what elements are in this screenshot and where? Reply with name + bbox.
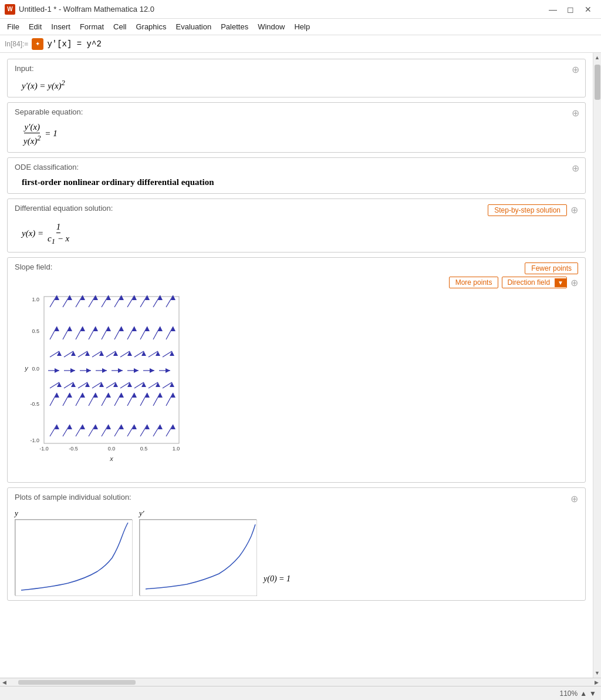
solution-plus-icon[interactable]: ⊕ (570, 204, 578, 216)
solution-section: Differential equation solution: Step-by-… (7, 198, 586, 253)
sol-lhs: y(x) = (22, 228, 46, 238)
menu-bar: File Edit Insert Format Cell Graphics Ev… (0, 19, 601, 35)
slope-plus-icon[interactable]: ⊕ (570, 277, 578, 288)
slope-header: Slope field: Fewer points More points Di… (15, 262, 578, 288)
slope-field-plot: 1.0 0.5 0.0 -0.5 -1.0 -1.0 -0.5 0.0 0.5 … (15, 291, 191, 473)
sol-den: c1 − x (48, 233, 69, 246)
svg-text:1.0: 1.0 (173, 446, 180, 452)
menu-cell[interactable]: Cell (109, 21, 131, 33)
close-button[interactable]: ✕ (580, 3, 596, 16)
menu-file[interactable]: File (2, 21, 24, 33)
plot-y-svg (15, 520, 133, 596)
right-scrollbar[interactable]: ▲ ▼ (593, 53, 601, 678)
svg-text:0.5: 0.5 (140, 446, 148, 452)
input-bar: In[84]:= y'[x] = y^2 (0, 35, 601, 53)
input-section: Input: y′(x) = y(x)2 ⊕ (7, 59, 586, 97)
menu-format[interactable]: Format (75, 21, 109, 33)
minimize-button[interactable]: — (545, 3, 561, 16)
ode-plus-icon[interactable]: ⊕ (572, 163, 579, 174)
menu-evaluation[interactable]: Evaluation (171, 21, 216, 33)
menu-graphics[interactable]: Graphics (131, 21, 171, 33)
menu-palettes[interactable]: Palettes (216, 21, 253, 33)
sol-fraction: 1 c1 − x (48, 222, 69, 246)
plots-section: Plots of sample individual solution: ⊕ y (7, 487, 586, 601)
title-bar: W Untitled-1 * - Wolfram Mathematica 12.… (0, 0, 601, 19)
plots-plus-icon[interactable]: ⊕ (570, 493, 578, 504)
svg-text:0.0: 0.0 (108, 446, 116, 452)
fewer-points-row: Fewer points (525, 262, 578, 274)
plot-yp-svg (140, 520, 257, 596)
cell-label: In[84]:= (5, 40, 28, 48)
svg-rect-145 (15, 520, 133, 596)
sol-num: 1 (56, 222, 61, 233)
plot-y-canvas (15, 519, 132, 595)
menu-help[interactable]: Help (289, 21, 315, 33)
svg-text:x: x (109, 455, 113, 462)
content-area: Input: y′(x) = y(x)2 ⊕ Separable equatio… (0, 53, 593, 678)
plots-row: y y′ (15, 509, 578, 595)
zoom-area: 110% ▲ ▼ (560, 689, 596, 698)
zoom-down-icon[interactable]: ▼ (589, 689, 596, 698)
fewer-points-button[interactable]: Fewer points (525, 262, 578, 274)
slope-section: Slope field: Fewer points More points Di… (7, 257, 586, 483)
svg-text:0.0: 0.0 (32, 366, 39, 372)
separable-fraction: y′(x) y(x)2 (23, 122, 41, 146)
svg-text:1.0: 1.0 (32, 297, 39, 302)
plot-yp-canvas (139, 519, 256, 595)
svg-text:-1.0: -1.0 (30, 438, 39, 443)
horizontal-scrollbar[interactable]: ◀ ▶ (0, 678, 601, 686)
sep-numerator: y′(x) (24, 122, 40, 133)
plot-yp: y′ (139, 509, 256, 595)
slope-buttons: Fewer points More points Direction field… (449, 262, 578, 288)
scroll-up-button[interactable]: ▲ (593, 53, 602, 62)
svg-text:0.5: 0.5 (32, 328, 39, 334)
solution-header: Differential equation solution: Step-by-… (15, 204, 578, 216)
separable-math: y′(x) y(x)2 = 1 (15, 120, 578, 147)
app-icon: W (5, 4, 15, 15)
sep-denominator: y(x)2 (23, 133, 41, 146)
solution-math: y(x) = 1 c1 − x (15, 220, 578, 247)
menu-insert[interactable]: Insert (46, 21, 75, 33)
slope-field-svg: 1.0 0.5 0.0 -0.5 -1.0 -1.0 -0.5 0.0 0.5 … (15, 291, 191, 473)
scroll-down-button[interactable]: ▼ (593, 668, 602, 678)
solution-label: Differential equation solution: (15, 204, 113, 213)
menu-window[interactable]: Window (253, 21, 289, 33)
direction-arrow-icon[interactable]: ▼ (555, 278, 566, 287)
svg-text:-1.0: -1.0 (39, 446, 49, 452)
status-bar: 110% ▲ ▼ (0, 686, 601, 700)
scroll-thumb[interactable] (595, 65, 600, 100)
ode-label: ODE classification: (15, 163, 578, 171)
ode-section: ODE classification: first-order nonlinea… (7, 157, 586, 194)
h-scroll-thumb[interactable] (18, 680, 136, 685)
h-scroll-right-button[interactable]: ▶ (595, 679, 599, 685)
direction-label: Direction field (502, 277, 555, 288)
direction-dropdown[interactable]: Direction field ▼ (502, 277, 567, 288)
slope-label: Slope field: (15, 262, 52, 271)
more-direction-row: More points Direction field ▼ ⊕ (449, 277, 578, 288)
svg-text:y: y (24, 365, 29, 372)
separable-label: Separable equation: (15, 107, 578, 116)
ode-text: first-order nonlinear ordinary different… (15, 175, 578, 189)
separable-plus-icon[interactable]: ⊕ (572, 107, 579, 119)
title-bar-left: W Untitled-1 * - Wolfram Mathematica 12.… (5, 4, 154, 15)
more-points-button[interactable]: More points (449, 277, 499, 288)
maximize-button[interactable]: ◻ (562, 3, 579, 16)
separable-section: Separable equation: y′(x) y(x)2 = 1 ⊕ (7, 102, 586, 153)
menu-edit[interactable]: Edit (24, 21, 46, 33)
zoom-level: 110% (560, 689, 578, 698)
input-plus-icon[interactable]: ⊕ (572, 64, 579, 75)
plot-yp-label: y′ (139, 509, 256, 518)
initial-condition: y(0) = 1 (264, 574, 291, 595)
cell-input[interactable]: y'[x] = y^2 (47, 39, 101, 49)
plot-y-label: y (15, 509, 132, 518)
step-by-step-button[interactable]: Step-by-step solution (488, 204, 567, 216)
main-area: Input: y′(x) = y(x)2 ⊕ Separable equatio… (0, 53, 601, 678)
input-math-text: y′(x) = y(x)2 (22, 81, 65, 90)
zoom-up-icon[interactable]: ▲ (580, 689, 587, 698)
plot-y: y (15, 509, 132, 595)
h-scroll-left-button[interactable]: ◀ (2, 679, 6, 685)
sep-equals: = 1 (45, 129, 57, 138)
window-title: Untitled-1 * - Wolfram Mathematica 12.0 (19, 5, 154, 14)
window-controls: — ◻ ✕ (545, 3, 596, 16)
evaluate-icon[interactable] (32, 38, 43, 50)
